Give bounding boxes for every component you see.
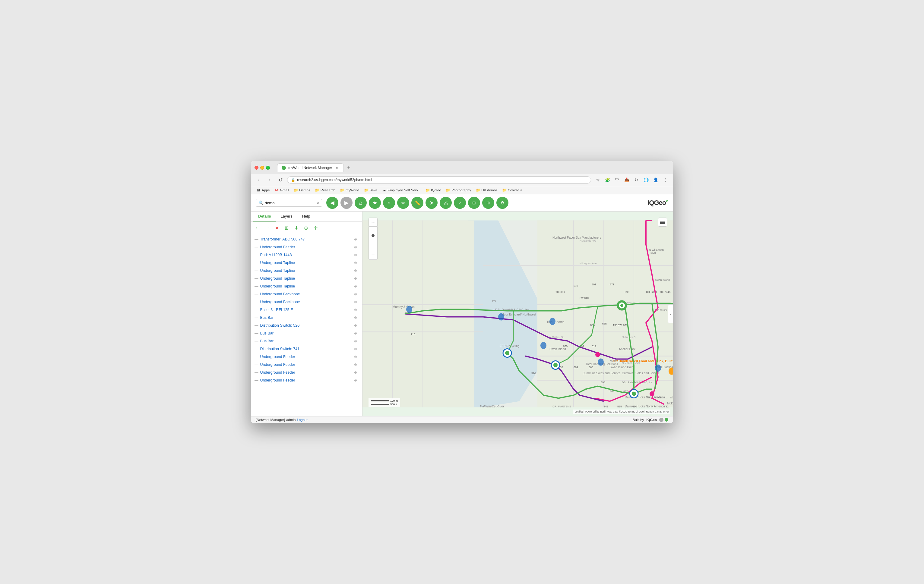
map-container[interactable]: N Lagoon Ave N Emerson St N Ballast St N…	[363, 212, 673, 416]
navigate-toolbar-button[interactable]: ➤	[426, 197, 437, 209]
map-zoom-in-button[interactable]: +	[368, 217, 378, 227]
network-toolbar-button[interactable]: ⊕	[482, 197, 494, 209]
bookmark-save[interactable]: 📁 Save	[362, 188, 379, 193]
tab-help[interactable]: Help	[297, 212, 315, 222]
list-item[interactable]: — Bus Bar ⊕	[251, 337, 362, 345]
close-button[interactable]	[254, 166, 259, 169]
favourites-toolbar-button[interactable]: ★	[369, 197, 381, 209]
bookmark-gmail[interactable]: M Gmail	[272, 188, 291, 193]
layer-control-button[interactable]	[658, 217, 667, 227]
search-input[interactable]	[265, 201, 317, 205]
zoom-item-button[interactable]: ⊕	[353, 338, 358, 344]
print-toolbar-button[interactable]: 🖨	[440, 197, 452, 209]
bookmark-photography[interactable]: 📁 Photography	[444, 188, 473, 193]
zoom-item-button[interactable]: ⊕	[353, 236, 358, 242]
list-item[interactable]: — Underground Tapline ⊕	[251, 282, 362, 290]
bookmark-ukdemos[interactable]: 📁 UK demos	[474, 188, 499, 193]
extension-5-button[interactable]: 🌐	[642, 176, 650, 184]
extension-4-button[interactable]: ↻	[632, 176, 640, 184]
edit-toolbar-button[interactable]: ✏	[397, 197, 409, 209]
zoom-item-button[interactable]: ⊕	[353, 268, 358, 274]
tab-close-button[interactable]: ×	[335, 165, 339, 170]
zoom-item-button[interactable]: ⊕	[353, 252, 358, 258]
list-item[interactable]: — Underground Feeder ⊕	[251, 377, 362, 384]
zoom-item-button[interactable]: ⊕	[353, 346, 358, 352]
measure-toolbar-button[interactable]: 📏	[411, 197, 423, 209]
forward-toolbar-button[interactable]: ▶	[340, 197, 353, 209]
extension-2-button[interactable]: 🛡	[613, 176, 621, 184]
extension-1-button[interactable]: 🧩	[603, 176, 612, 184]
zoom-slider[interactable]	[368, 227, 378, 251]
tab-layers[interactable]: Layers	[276, 212, 297, 222]
tab-details[interactable]: Details	[253, 212, 276, 222]
panel-back-button[interactable]: ←	[253, 224, 262, 232]
list-item[interactable]: — Distribution Switch: 520 ⊕	[251, 322, 362, 329]
list-item[interactable]: — Underground Feeder ⊕	[251, 353, 362, 361]
select-toolbar-button[interactable]: ⊞	[468, 197, 480, 209]
list-item[interactable]: — Underground Backbone ⊕	[251, 290, 362, 298]
panel-crosshair-button[interactable]: ✛	[311, 224, 320, 232]
panel-close-button[interactable]: ✕	[272, 224, 281, 232]
logout-link[interactable]: Logout	[297, 418, 307, 421]
bookmark-research[interactable]: 📁 Research	[314, 188, 337, 193]
zoom-item-button[interactable]: ⊕	[353, 299, 358, 305]
bookmark-employee[interactable]: ☁ Employee Self Serv...	[380, 188, 422, 193]
reload-button[interactable]: ↺	[276, 176, 285, 184]
bookmark-apps[interactable]: ⊞ Apps	[254, 188, 271, 193]
active-tab[interactable]: myWorld Network Manager ×	[277, 163, 344, 172]
map-zoom-out-button[interactable]: −	[368, 251, 378, 260]
list-item[interactable]: — Underground Feeder ⊕	[251, 243, 362, 251]
list-item[interactable]: — Transformer: ABC 500 747 ⊕	[251, 235, 362, 243]
extension-3-button[interactable]: 📥	[622, 176, 631, 184]
list-item[interactable]: — Underground Backbone ⊕	[251, 298, 362, 306]
zoom-item-button[interactable]: ⊕	[353, 369, 358, 375]
zoom-item-button[interactable]: ⊕	[353, 275, 358, 281]
zoom-item-button[interactable]: ⊕	[353, 291, 358, 297]
tools-toolbar-button[interactable]: ⚙	[497, 197, 508, 209]
profile-button[interactable]: 👤	[652, 176, 660, 184]
list-item[interactable]: — Pad: A1120B-1448 ⊕	[251, 251, 362, 259]
zoom-item-button[interactable]: ⊕	[353, 283, 358, 289]
collapse-panel-button[interactable]: ‹	[668, 305, 673, 323]
panel-forward-button[interactable]: →	[263, 224, 271, 232]
list-item[interactable]: — Underground Feeder ⊕	[251, 361, 362, 368]
zoom-item-button[interactable]: ⊕	[353, 314, 358, 321]
zoom-item-button[interactable]: ⊕	[353, 307, 358, 313]
panel-zoom-fit-button[interactable]: ⊕	[302, 224, 310, 232]
search-clear-button[interactable]: ×	[317, 201, 319, 205]
maximize-button[interactable]	[266, 166, 270, 169]
zoom-item-button[interactable]: ⊕	[353, 244, 358, 250]
list-item[interactable]: — Underground Tapline ⊕	[251, 275, 362, 282]
menu-button[interactable]: ⋮	[661, 176, 670, 184]
bookmark-iqgeo[interactable]: 📁 IQGeo	[424, 188, 443, 193]
minimize-button[interactable]	[260, 166, 264, 169]
bookmark-covid[interactable]: 📁 Covid-19	[501, 188, 523, 193]
bookmark-demos[interactable]: 📁 Demos	[292, 188, 312, 193]
back-nav-button[interactable]: ‹	[254, 176, 263, 184]
new-tab-button[interactable]: +	[344, 164, 353, 172]
back-toolbar-button[interactable]: ◀	[326, 197, 338, 209]
bookmark-star-button[interactable]: ☆	[594, 176, 602, 184]
panel-grid-button[interactable]: ⊞	[282, 224, 291, 232]
address-input[interactable]: 🔒 research2.us.iqgeo.com/myworld52pb/nm.…	[287, 176, 591, 184]
home-toolbar-button[interactable]: ⌂	[355, 197, 367, 209]
list-item[interactable]: — Underground Tapline ⊕	[251, 259, 362, 267]
list-item[interactable]: — Underground Tapline ⊕	[251, 267, 362, 275]
panel-download-button[interactable]: ⬇	[292, 224, 300, 232]
share-toolbar-button[interactable]: ⤢	[454, 197, 466, 209]
list-item[interactable]: — Distribution Switch: 741 ⊕	[251, 345, 362, 353]
bookmark-demos-label: Demos	[299, 188, 310, 192]
zoom-item-button[interactable]: ⊕	[353, 362, 358, 368]
zoom-item-button[interactable]: ⊕	[353, 322, 358, 329]
list-item[interactable]: — Bus Bar ⊕	[251, 314, 362, 322]
forward-nav-button[interactable]: ›	[266, 176, 274, 184]
zoom-item-button[interactable]: ⊕	[353, 260, 358, 266]
zoom-item-button[interactable]: ⊕	[353, 354, 358, 360]
list-item[interactable]: — Bus Bar ⊕	[251, 329, 362, 337]
link-toolbar-button[interactable]: ⚭	[383, 197, 395, 209]
bookmark-myworld[interactable]: 📁 myWorld	[338, 188, 361, 193]
list-item[interactable]: — Fuse: 3 - RFI 125 E ⊕	[251, 306, 362, 314]
list-item[interactable]: — Underground Feeder ⊕	[251, 368, 362, 377]
zoom-item-button[interactable]: ⊕	[353, 330, 358, 336]
zoom-item-button[interactable]: ⊕	[353, 377, 358, 383]
